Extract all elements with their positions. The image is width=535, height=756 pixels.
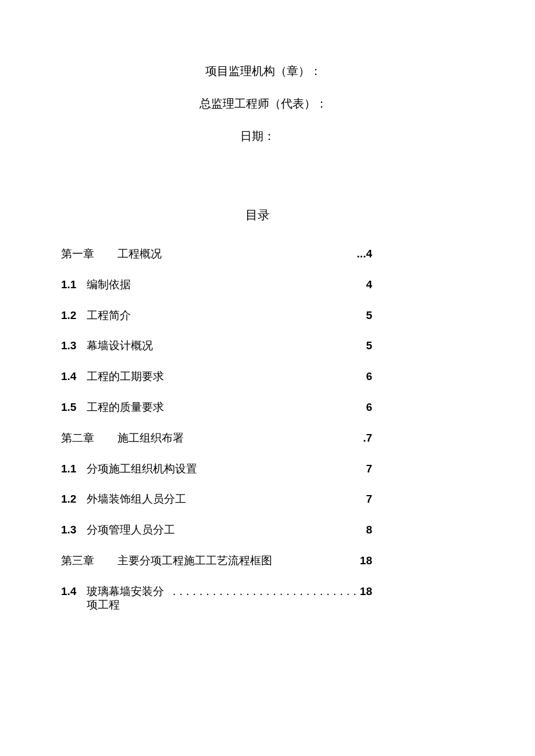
toc-title: 目录 (61, 207, 454, 223)
toc-num: 1.1 (61, 278, 76, 292)
toc-entry: 1.4 玻璃幕墙安装分项工程 . . . . . . . . . . . . .… (61, 585, 372, 612)
toc-entry: 1.3 分项管理人员分工 8 (61, 524, 372, 537)
toc-label: 幕墙设计概况 (87, 339, 153, 353)
toc-entry: 1.2 工程简介 5 (61, 309, 372, 323)
toc-entry: 1.5 工程的质量要求 6 (61, 401, 372, 414)
toc-label: 工程简介 (87, 309, 131, 323)
toc-page: .7 (363, 432, 372, 445)
toc-entry: 第二章 施工组织布署 .7 (61, 432, 372, 445)
toc-entry: 1.1 分项施工组织机构设置 7 (61, 463, 372, 476)
toc-num: 1.5 (61, 401, 76, 414)
toc-label: 分项施工组织机构设置 (87, 463, 197, 476)
toc-num: 1.2 (61, 493, 76, 506)
toc-page: 5 (366, 309, 372, 323)
toc-page: 7 (366, 463, 372, 476)
signature-block: 项目监理机构（章）： 总监理工程师（代表）： 日期： (61, 64, 454, 143)
signature-line-org: 项目监理机构（章）： (61, 64, 454, 78)
toc-page: 18 (360, 585, 372, 599)
toc: 第一章 工程概况 ...4 1.1 编制依据 4 1.2 工程简介 5 1.3 … (61, 248, 454, 611)
toc-num: 第二章 (61, 432, 94, 445)
toc-entry: 1.1 编制依据 4 (61, 278, 372, 292)
toc-page: 5 (366, 339, 372, 353)
toc-page: 7 (366, 493, 372, 506)
toc-entry: 1.2 外墙装饰组人员分工 7 (61, 493, 372, 506)
toc-entry: 第一章 工程概况 ...4 (61, 248, 372, 261)
toc-num: 1.2 (61, 309, 76, 323)
toc-page: ...4 (357, 248, 372, 261)
toc-page: 18 (360, 554, 372, 568)
toc-num: 1.4 (61, 585, 76, 599)
toc-page: 6 (366, 401, 372, 414)
toc-entry: 1.3 幕墙设计概况 5 (61, 339, 372, 353)
toc-num: 1.3 (61, 524, 76, 537)
toc-entry: 第三章 主要分项工程施工工艺流程框图 18 (61, 554, 372, 568)
toc-num: 第三章 (61, 554, 94, 568)
toc-page: 4 (366, 278, 372, 292)
signature-line-engineer: 总监理工程师（代表）： (61, 96, 454, 110)
toc-label: 施工组织布署 (117, 432, 184, 445)
toc-label: 主要分项工程施工工艺流程框图 (117, 554, 272, 568)
toc-label: 工程概况 (117, 248, 162, 261)
toc-num: 第一章 (61, 248, 94, 261)
toc-label: 编制依据 (87, 278, 131, 292)
toc-label: 工程的质量要求 (87, 401, 164, 414)
toc-label: 玻璃幕墙安装分项工程 (87, 585, 173, 612)
toc-page: 6 (366, 370, 372, 384)
toc-label: 外墙装饰组人员分工 (87, 493, 186, 506)
toc-num: 1.3 (61, 339, 76, 353)
toc-num: 1.4 (61, 370, 76, 384)
signature-line-date: 日期： (61, 129, 454, 143)
toc-label: 工程的工期要求 (87, 370, 164, 384)
toc-label: 分项管理人员分工 (87, 524, 175, 537)
toc-leader-dots: . . . . . . . . . . . . . . . . . . . . … (173, 585, 358, 599)
toc-page: 8 (366, 524, 372, 537)
toc-num: 1.1 (61, 463, 76, 476)
document-page: 项目监理机构（章）： 总监理工程师（代表）： 日期： 目录 第一章 工程概况 .… (0, 0, 535, 756)
toc-entry: 1.4 工程的工期要求 6 (61, 370, 372, 384)
